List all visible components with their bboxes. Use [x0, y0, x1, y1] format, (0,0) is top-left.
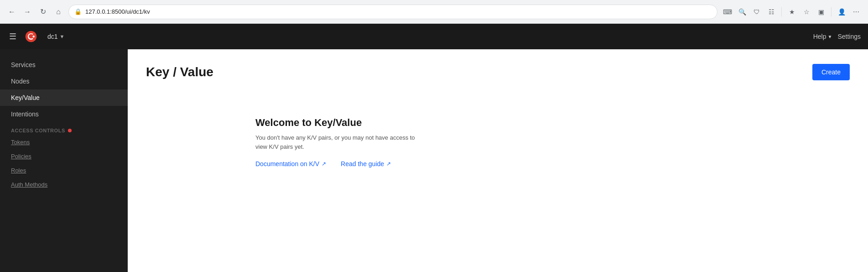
profile-button[interactable]: 👤: [835, 5, 848, 18]
sidebar-item-nodes[interactable]: Nodes: [0, 73, 128, 89]
sidebar: Services Nodes Key/Value Intentions ACCE…: [0, 49, 128, 272]
sidebar-item-intentions[interactable]: Intentions: [0, 106, 128, 122]
translate-button[interactable]: ⌨: [721, 5, 734, 18]
welcome-links: Documentation on K/V ↗ Read the guide ↗: [255, 160, 391, 167]
svg-point-1: [33, 36, 35, 37]
help-link[interactable]: Help ▼: [813, 33, 832, 40]
sidebar-item-services[interactable]: Services: [0, 57, 128, 73]
shield-button[interactable]: 🛡: [750, 5, 763, 18]
favorites-button[interactable]: ☆: [800, 5, 813, 18]
content-header: Key / Value Create: [146, 64, 850, 80]
datacenter-name: dc1: [47, 33, 58, 40]
settings-link[interactable]: Settings: [837, 33, 861, 40]
home-button[interactable]: ⌂: [52, 5, 65, 18]
svg-point-0: [26, 31, 37, 42]
collections-button[interactable]: ▣: [815, 5, 827, 18]
sidebar-item-kv[interactable]: Key/Value: [0, 89, 128, 106]
external-link-icon-doc: ↗: [322, 161, 326, 167]
navbar-left: ☰ dc1 ▼: [7, 29, 808, 44]
sidebar-item-policies[interactable]: Policies: [0, 149, 128, 163]
more-button[interactable]: ⋯: [850, 5, 863, 18]
app-container: ☰ dc1 ▼ Help ▼ Settings: [0, 24, 868, 272]
filter-button[interactable]: ☷: [765, 5, 778, 18]
access-controls-label: ACCESS CONTROLS: [11, 128, 65, 133]
forward-button[interactable]: →: [21, 5, 34, 18]
navbar: ☰ dc1 ▼ Help ▼ Settings: [0, 24, 868, 49]
guide-link[interactable]: Read the guide ↗: [341, 160, 391, 167]
access-warning-dot: [68, 129, 72, 132]
divider-2: [831, 7, 832, 16]
create-button[interactable]: Create: [812, 64, 850, 80]
page-title: Key / Value: [146, 65, 213, 79]
sidebar-item-roles[interactable]: Roles: [0, 163, 128, 178]
url-text: 127.0.0.1:8500/ui/dc1/kv: [85, 8, 150, 15]
welcome-section: Welcome to Key/Value You don't have any …: [146, 99, 850, 167]
documentation-link-text: Documentation on K/V: [255, 160, 319, 167]
chevron-down-icon: ▼: [60, 34, 65, 39]
browser-chrome: ← → ↻ ⌂ 🔒 127.0.0.1:8500/ui/dc1/kv ⌨ 🔍 🛡…: [0, 0, 868, 24]
consul-logo: [24, 29, 38, 44]
welcome-title: Welcome to Key/Value: [255, 117, 362, 129]
browser-nav-controls: ← → ↻ ⌂: [5, 5, 65, 18]
divider: [781, 7, 782, 16]
access-controls-section: ACCESS CONTROLS: [0, 122, 128, 135]
back-button[interactable]: ←: [5, 5, 18, 18]
welcome-description: You don't have any K/V pairs, or you may…: [255, 133, 420, 151]
datacenter-selector[interactable]: dc1 ▼: [44, 31, 68, 42]
external-link-icon-guide: ↗: [386, 161, 391, 167]
extensions-button[interactable]: ★: [785, 5, 798, 18]
browser-right-icons: ⌨ 🔍 🛡 ☷ ★ ☆ ▣ 👤 ⋯: [721, 5, 863, 18]
reload-button[interactable]: ↻: [36, 5, 49, 18]
documentation-link[interactable]: Documentation on K/V ↗: [255, 160, 326, 167]
chevron-down-icon-help: ▼: [828, 34, 832, 39]
hamburger-button[interactable]: ☰: [7, 30, 18, 43]
security-icon: 🔒: [74, 8, 82, 15]
content-area: Key / Value Create Welcome to Key/Value …: [128, 49, 868, 272]
guide-link-text: Read the guide: [341, 160, 384, 167]
navbar-right: Help ▼ Settings: [813, 33, 861, 40]
help-label: Help: [813, 33, 826, 40]
sidebar-item-tokens[interactable]: Tokens: [0, 135, 128, 149]
main-body: Services Nodes Key/Value Intentions ACCE…: [0, 49, 868, 272]
sidebar-item-auth-methods[interactable]: Auth Methods: [0, 178, 128, 192]
zoom-button[interactable]: 🔍: [736, 5, 748, 18]
address-bar[interactable]: 🔒 127.0.0.1:8500/ui/dc1/kv: [68, 5, 717, 19]
